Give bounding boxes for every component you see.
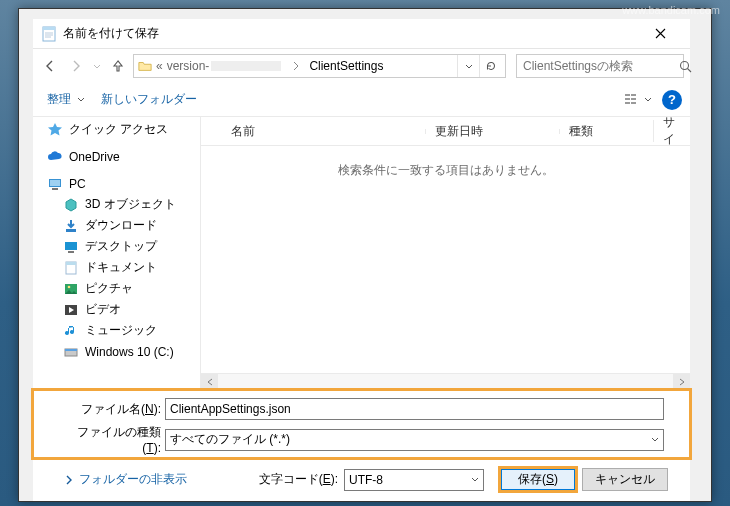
file-list-area[interactable] — [201, 179, 690, 373]
search-icon[interactable] — [679, 60, 692, 73]
svg-rect-17 — [65, 242, 77, 250]
window-title: 名前を付けて保存 — [63, 25, 638, 42]
close-icon — [655, 28, 666, 39]
toolbar: 整理 新しいフォルダー ? — [33, 83, 690, 117]
search-box[interactable] — [516, 54, 684, 78]
addr-seg-1[interactable]: version- — [167, 59, 210, 73]
close-button[interactable] — [638, 20, 682, 48]
svg-point-5 — [681, 61, 689, 69]
svg-rect-25 — [65, 349, 77, 351]
column-headers[interactable]: 名前 更新日時 種類 サイ — [201, 117, 690, 146]
svg-rect-14 — [50, 180, 60, 186]
navigation-tree[interactable]: クイック アクセス OneDrive PC 3D オブジェクト ダウンロード デ… — [33, 117, 201, 390]
encoding-select[interactable]: UTF-8 — [344, 469, 484, 491]
forward-button — [65, 55, 87, 77]
encoding-label: 文字コード(E): — [259, 471, 338, 488]
svg-rect-16 — [66, 229, 76, 232]
tree-pictures[interactable]: ピクチャ — [33, 278, 200, 299]
svg-rect-10 — [631, 98, 636, 100]
scroll-left-button[interactable] — [201, 374, 218, 391]
save-as-dialog: 名前を付けて保存 « version- ClientSettings 整理 新し… — [33, 19, 690, 501]
filetype-select[interactable]: すべてのファイル (*.*) — [165, 429, 664, 451]
music-icon — [63, 323, 79, 339]
tree-documents[interactable]: ドキュメント — [33, 257, 200, 278]
svg-rect-15 — [52, 188, 58, 190]
tree-pc[interactable]: PC — [33, 173, 200, 194]
star-icon — [47, 122, 63, 138]
svg-point-22 — [68, 285, 71, 288]
notepad-icon — [41, 26, 57, 42]
cloud-icon — [47, 149, 63, 165]
drive-icon — [63, 344, 79, 360]
col-size[interactable]: サイ — [653, 114, 690, 148]
filetype-label: ファイルの種類(T): — [71, 424, 165, 455]
cancel-button[interactable]: キャンセル — [582, 468, 668, 491]
col-name[interactable]: 名前 — [205, 123, 425, 140]
cube-icon — [63, 197, 79, 213]
tree-quick-access[interactable]: クイック アクセス — [33, 119, 200, 140]
empty-message: 検索条件に一致する項目はありません。 — [201, 162, 690, 179]
tree-desktop[interactable]: デスクトップ — [33, 236, 200, 257]
file-pane: 名前 更新日時 種類 サイ 検索条件に一致する項目はありません。 — [201, 117, 690, 390]
tree-drive-c[interactable]: Windows 10 (C:) — [33, 341, 200, 362]
search-input[interactable] — [517, 59, 679, 73]
addr-redacted — [211, 61, 281, 71]
document-icon — [63, 260, 79, 276]
watermark-text: www.bandicam.com — [622, 4, 720, 16]
col-type[interactable]: 種類 — [559, 123, 653, 140]
chevron-down-icon — [471, 477, 479, 482]
tree-onedrive[interactable]: OneDrive — [33, 146, 200, 167]
expand-folders-icon[interactable] — [65, 475, 73, 485]
svg-rect-7 — [625, 94, 630, 96]
refresh-button[interactable] — [479, 55, 501, 77]
svg-rect-12 — [631, 102, 636, 104]
svg-rect-9 — [625, 98, 630, 100]
pc-icon — [47, 176, 63, 192]
horizontal-scrollbar[interactable] — [201, 373, 690, 390]
col-date[interactable]: 更新日時 — [425, 123, 559, 140]
tree-videos[interactable]: ビデオ — [33, 299, 200, 320]
addr-seg-2[interactable]: ClientSettings — [309, 59, 383, 73]
tree-music[interactable]: ミュージック — [33, 320, 200, 341]
address-bar[interactable]: « version- ClientSettings — [133, 54, 506, 78]
save-button[interactable]: 保存(S) — [500, 468, 576, 491]
organize-menu[interactable]: 整理 — [41, 87, 91, 112]
svg-rect-20 — [66, 262, 76, 265]
tree-3d-objects[interactable]: 3D オブジェクト — [33, 194, 200, 215]
view-options-button[interactable] — [619, 89, 658, 111]
filename-input[interactable] — [165, 398, 664, 420]
svg-rect-18 — [68, 251, 74, 253]
desktop-icon — [63, 239, 79, 255]
svg-rect-8 — [631, 94, 636, 96]
folder-icon — [138, 59, 152, 73]
new-folder-button[interactable]: 新しいフォルダー — [95, 87, 203, 112]
back-button[interactable] — [39, 55, 61, 77]
help-button[interactable]: ? — [662, 90, 682, 110]
video-icon — [63, 302, 79, 318]
picture-icon — [63, 281, 79, 297]
chevron-down-icon — [651, 437, 659, 442]
address-dropdown[interactable] — [457, 55, 479, 77]
bottom-bar: フォルダーの非表示 文字コード(E): UTF-8 保存(S) キャンセル — [33, 458, 690, 501]
chevron-right-icon — [293, 61, 299, 71]
tree-downloads[interactable]: ダウンロード — [33, 215, 200, 236]
hide-folders-link[interactable]: フォルダーの非表示 — [79, 471, 187, 488]
filename-label: ファイル名(N): — [71, 401, 165, 418]
svg-rect-11 — [625, 102, 630, 104]
titlebar: 名前を付けて保存 — [33, 19, 690, 49]
scroll-right-button[interactable] — [673, 374, 690, 391]
addr-prefix: « — [156, 59, 163, 73]
svg-rect-1 — [43, 27, 55, 30]
up-button[interactable] — [107, 55, 129, 77]
nav-row: « version- ClientSettings — [33, 49, 690, 83]
svg-line-6 — [688, 68, 692, 72]
desktop-border: 名前を付けて保存 « version- ClientSettings 整理 新し… — [18, 8, 712, 502]
file-fields: ファイル名(N): ファイルの種類(T): すべてのファイル (*.*) — [33, 390, 690, 458]
download-icon — [63, 218, 79, 234]
